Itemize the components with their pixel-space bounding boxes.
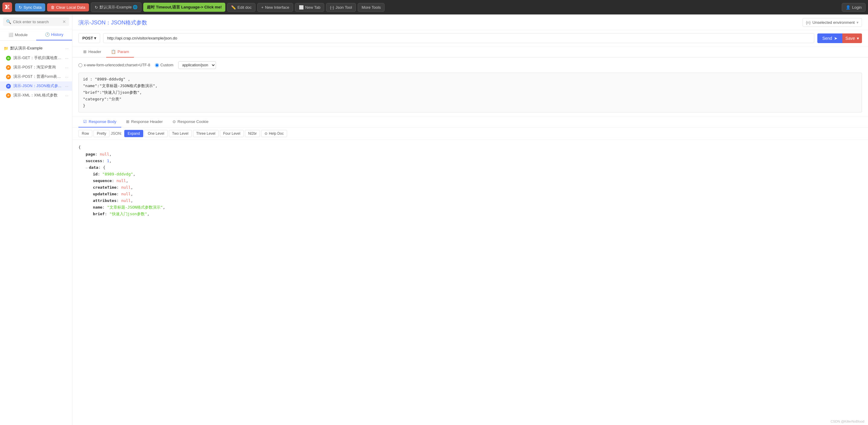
sync-data-button[interactable]: ↻ Sync Data xyxy=(15,3,45,11)
sidebar-item-xml[interactable]: P 演示-XML：XML格式参数 ··· xyxy=(0,91,72,100)
tab-header[interactable]: ⊞ Header xyxy=(79,46,106,58)
format-pretty-button[interactable]: Pretty xyxy=(93,130,110,137)
env-label: Unselected environment xyxy=(812,20,855,25)
search-input[interactable] xyxy=(13,20,61,24)
braces-icon: {-} xyxy=(330,5,334,10)
tab-history-label: History xyxy=(51,32,63,37)
item-more-2[interactable]: ··· xyxy=(65,74,68,79)
interface-title: 演示-JSON：JSON格式参数 xyxy=(79,19,147,26)
collapse-data-arrow[interactable]: – xyxy=(86,166,88,170)
plus-icon: + xyxy=(261,5,264,10)
resp-name: name: "文章标题-JSON格式参数演示", xyxy=(93,204,862,211)
json-tool-button[interactable]: {-} Json Tool xyxy=(326,3,356,12)
sidebar-item-post-form[interactable]: P 演示-POST：普通Form表单... ··· xyxy=(0,72,72,81)
json-line-4: } xyxy=(83,102,858,109)
tab-history[interactable]: 🕐 History xyxy=(36,29,72,40)
json-tool-label: Json Tool xyxy=(335,5,352,10)
tree-group-header[interactable]: 📁 默认演示-Example ··· xyxy=(0,43,72,53)
item-more-0[interactable]: ··· xyxy=(65,56,68,61)
name-val: "文章标题-JSON格式参数演示" xyxy=(107,205,163,209)
request-body: x-www-form-urlencoded;charset=UTF-8 Cust… xyxy=(72,58,868,116)
tab-param[interactable]: 📋 Param xyxy=(106,46,134,58)
item-more-4[interactable]: ··· xyxy=(65,93,68,98)
item-more-1[interactable]: ··· xyxy=(65,65,68,70)
search-box[interactable]: 🔍 ✕ xyxy=(3,18,69,26)
resp-tab-body[interactable]: ☑ Response Body xyxy=(79,116,121,128)
createtime-val: null xyxy=(121,185,131,190)
method-badge-post-1: P xyxy=(6,65,11,70)
search-icon: 🔍 xyxy=(6,19,11,24)
format-row-button[interactable]: Row xyxy=(79,130,92,137)
radio-urlencoded[interactable]: x-www-form-urlencoded;charset=UTF-8 xyxy=(79,63,150,67)
format-one-level-button[interactable]: One Level xyxy=(145,130,168,137)
format-four-level-button[interactable]: Four Level xyxy=(220,130,244,137)
resp-body-label: Response Body xyxy=(89,119,116,124)
request-tabs: ⊞ Header 📋 Param xyxy=(72,46,868,58)
send-save-group: Send ➤ Save ▾ xyxy=(817,33,862,43)
refresh-icon: ↻ xyxy=(95,5,98,10)
method-badge-post-4: P xyxy=(6,93,11,98)
sequence-val: null xyxy=(116,178,126,183)
sidebar-item-get[interactable]: G 演示-GET：手机归属地查询... ··· xyxy=(0,53,72,63)
toolbar: ↻ Sync Data 🗑 Clear Local Data ↻ 默认演示-Ex… xyxy=(0,0,868,14)
send-label: Send xyxy=(822,36,832,41)
save-button[interactable]: Save ▾ xyxy=(842,33,862,43)
item-label-1: 演示-POST：淘宝IP查询 xyxy=(13,65,64,70)
radio-custom[interactable]: Custom xyxy=(155,63,174,67)
tab-icon: ⬜ xyxy=(299,5,304,10)
format-expand-button[interactable]: Expand xyxy=(124,130,143,137)
more-icon[interactable]: ··· xyxy=(65,46,68,51)
id-val: "8989-dddvdg" xyxy=(102,172,133,176)
format-three-level-button[interactable]: Three Level xyxy=(193,130,219,137)
resp-updatetime: updateTime: null, xyxy=(93,191,862,197)
content-type-dropdown[interactable]: application/json xyxy=(178,61,216,69)
send-button[interactable]: Send ➤ xyxy=(817,33,842,43)
sidebar-search-area: 🔍 ✕ xyxy=(0,14,72,29)
method-label: POST xyxy=(82,36,93,40)
resp-tab-header[interactable]: ⊞ Response Header xyxy=(121,116,168,128)
response-body: { page: null, success: 1, –data: { id: "… xyxy=(72,140,868,425)
radio-urlencoded-input[interactable] xyxy=(79,63,82,67)
more-tools-button[interactable]: More Tools xyxy=(358,3,384,12)
demo-button[interactable]: ↻ 默认演示-Example 🌐 xyxy=(91,2,142,12)
page-val: null xyxy=(100,152,109,157)
timeout-label: 超时 Timeout,语言 Language-> Click me! xyxy=(147,4,222,10)
sidebar-item-json-active[interactable]: P 演示-JSON：JSON格式参... ··· xyxy=(0,81,72,91)
watermark: CSDN @KillerNoBlood xyxy=(831,420,864,423)
format-two-level-button[interactable]: Two Level xyxy=(169,130,192,137)
method-select[interactable]: POST ▾ xyxy=(79,33,100,43)
help-doc-button[interactable]: ⊙ Help Doc xyxy=(261,130,287,137)
json-editor[interactable]: id : "8989-dddvdg" , "name":"文章标题-JSON格式… xyxy=(79,73,862,112)
radio-custom-input[interactable] xyxy=(155,63,159,67)
login-button[interactable]: 👤 Login xyxy=(842,3,866,12)
json-line-0: id : "8989-dddvdg" , xyxy=(83,76,858,83)
clear-local-data-button[interactable]: 🗑 Clear Local Data xyxy=(47,3,89,11)
response-tabs: ☑ Response Body ⊞ Response Header ⊙ Resp… xyxy=(72,116,868,128)
history-icon: 🕐 xyxy=(45,32,50,37)
sequence-key: sequence xyxy=(93,178,112,183)
timeout-button[interactable]: 超时 Timeout,语言 Language-> Click me! xyxy=(143,3,225,12)
sidebar-item-post-taobao[interactable]: P 演示-POST：淘宝IP查询 ··· xyxy=(0,63,72,72)
resp-brief: brief: "快速入门json参数", xyxy=(93,211,862,217)
edit-doc-button[interactable]: ✏️ Edit doc xyxy=(227,3,255,12)
tab-module[interactable]: ⬜ Module xyxy=(0,29,36,40)
param-tab-icon: 📋 xyxy=(111,50,116,54)
method-badge-post-blue: P xyxy=(6,84,11,89)
tree-group: 📁 默认演示-Example ··· G 演示-GET：手机归属地查询... ·… xyxy=(0,43,72,100)
new-tab-button[interactable]: ⬜ New Tab xyxy=(295,3,324,12)
clear-search-icon[interactable]: ✕ xyxy=(62,19,66,24)
item-more-3[interactable]: ··· xyxy=(65,84,68,89)
tab-module-label: Module xyxy=(15,33,28,37)
env-selector[interactable]: {n} Unselected environment ▾ xyxy=(803,18,862,27)
sidebar-tree: 📁 默认演示-Example ··· G 演示-GET：手机归属地查询... ·… xyxy=(0,41,72,425)
item-label-4: 演示-XML：XML格式参数 xyxy=(13,93,64,98)
new-interface-button[interactable]: + New Interface xyxy=(257,3,293,12)
module-icon: ⬜ xyxy=(8,33,13,37)
resp-tab-cookie[interactable]: ⊙ Response Cookie xyxy=(168,116,214,128)
save-arrow-icon: ▾ xyxy=(857,36,859,41)
format-nl2br-button[interactable]: Nl2br xyxy=(245,130,260,137)
brief-val: "快速入门json参数" xyxy=(110,211,147,216)
sidebar-tabs: ⬜ Module 🕐 History xyxy=(0,29,72,41)
url-input[interactable] xyxy=(103,33,814,43)
clear-label: Clear Local Data xyxy=(56,5,85,10)
